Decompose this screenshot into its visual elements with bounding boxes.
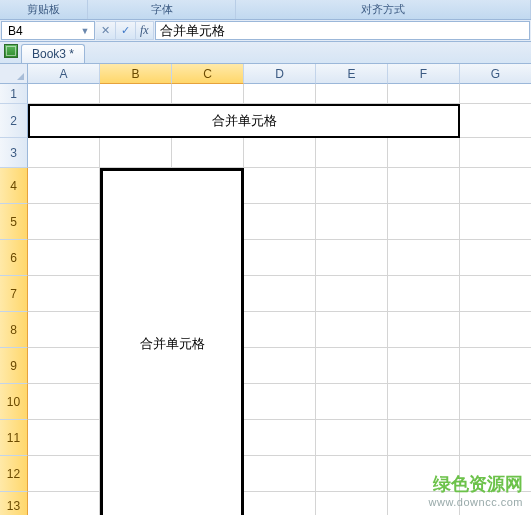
- cell[interactable]: [244, 348, 316, 384]
- col-header-D[interactable]: D: [244, 64, 316, 84]
- ribbon-group-clipboard[interactable]: 剪贴板: [0, 0, 88, 19]
- cell[interactable]: [460, 312, 531, 348]
- row-header-9[interactable]: 9: [0, 348, 28, 384]
- cell[interactable]: [100, 138, 172, 168]
- select-all-corner[interactable]: [0, 64, 28, 84]
- cell[interactable]: [388, 240, 460, 276]
- cell[interactable]: [244, 312, 316, 348]
- cell[interactable]: [28, 456, 100, 492]
- row-header-3[interactable]: 3: [0, 138, 28, 168]
- cell[interactable]: [460, 204, 531, 240]
- cell[interactable]: [316, 138, 388, 168]
- row-header-7[interactable]: 7: [0, 276, 28, 312]
- cell[interactable]: [388, 276, 460, 312]
- cell[interactable]: [244, 240, 316, 276]
- col-header-G[interactable]: G: [460, 64, 531, 84]
- cell[interactable]: [460, 240, 531, 276]
- cell[interactable]: [388, 204, 460, 240]
- cell[interactable]: [172, 138, 244, 168]
- cell[interactable]: [244, 204, 316, 240]
- cell[interactable]: [28, 276, 100, 312]
- merged-cell-horizontal[interactable]: 合并单元格: [28, 104, 460, 138]
- cell[interactable]: [460, 276, 531, 312]
- cell[interactable]: [244, 384, 316, 420]
- cell[interactable]: [28, 84, 100, 104]
- cell[interactable]: [460, 492, 531, 515]
- cell[interactable]: [28, 168, 100, 204]
- cell[interactable]: [316, 420, 388, 456]
- cell[interactable]: [388, 456, 460, 492]
- cell[interactable]: [316, 84, 388, 104]
- cell[interactable]: [28, 492, 100, 515]
- cell[interactable]: [244, 276, 316, 312]
- workbook-icon: [4, 44, 18, 58]
- cell[interactable]: [316, 312, 388, 348]
- cell[interactable]: [244, 492, 316, 515]
- cancel-button[interactable]: ✕: [96, 22, 116, 39]
- row-header-1[interactable]: 1: [0, 84, 28, 104]
- ribbon-group-align[interactable]: 对齐方式: [236, 0, 531, 19]
- cell[interactable]: [460, 104, 531, 138]
- cell[interactable]: [100, 84, 172, 104]
- row-header-6[interactable]: 6: [0, 240, 28, 276]
- cell[interactable]: [388, 384, 460, 420]
- row-header-11[interactable]: 11: [0, 420, 28, 456]
- cell[interactable]: [388, 348, 460, 384]
- spreadsheet-grid[interactable]: A B C D E F G 1 2 合并单元格 3 4 合并单元格 5 6 7: [0, 64, 531, 515]
- cell[interactable]: [28, 384, 100, 420]
- cell[interactable]: [460, 138, 531, 168]
- col-header-C[interactable]: C: [172, 64, 244, 84]
- confirm-button[interactable]: ✓: [116, 22, 136, 39]
- row-header-5[interactable]: 5: [0, 204, 28, 240]
- workbook-tab[interactable]: Book3 *: [21, 44, 85, 63]
- cell[interactable]: [316, 384, 388, 420]
- col-header-F[interactable]: F: [388, 64, 460, 84]
- cell[interactable]: [460, 168, 531, 204]
- cell[interactable]: [460, 84, 531, 104]
- cell[interactable]: [460, 420, 531, 456]
- row-header-4[interactable]: 4: [0, 168, 28, 204]
- merged-cell-vertical[interactable]: 合并单元格: [100, 168, 244, 515]
- cell[interactable]: [28, 348, 100, 384]
- fx-icon[interactable]: fx: [136, 23, 153, 38]
- cell[interactable]: [316, 240, 388, 276]
- cell[interactable]: [316, 348, 388, 384]
- row-header-10[interactable]: 10: [0, 384, 28, 420]
- row-header-13[interactable]: 13: [0, 492, 28, 515]
- cell[interactable]: [460, 384, 531, 420]
- cell[interactable]: [388, 168, 460, 204]
- cell[interactable]: [316, 204, 388, 240]
- row-header-2[interactable]: 2: [0, 104, 28, 138]
- cell[interactable]: [244, 168, 316, 204]
- cell[interactable]: [460, 456, 531, 492]
- cell[interactable]: [28, 420, 100, 456]
- cell[interactable]: [316, 168, 388, 204]
- col-header-A[interactable]: A: [28, 64, 100, 84]
- col-header-E[interactable]: E: [316, 64, 388, 84]
- cell[interactable]: [460, 348, 531, 384]
- name-box-dropdown-icon[interactable]: ▼: [78, 22, 92, 39]
- cell[interactable]: [28, 138, 100, 168]
- cell[interactable]: [316, 492, 388, 515]
- col-header-B[interactable]: B: [100, 64, 172, 84]
- cell[interactable]: [244, 456, 316, 492]
- cell[interactable]: [172, 84, 244, 104]
- cell[interactable]: [244, 420, 316, 456]
- cell[interactable]: [244, 84, 316, 104]
- ribbon-group-font[interactable]: 字体: [88, 0, 236, 19]
- cell[interactable]: [388, 138, 460, 168]
- cell[interactable]: [28, 204, 100, 240]
- name-box[interactable]: B4 ▼: [1, 21, 95, 40]
- row-header-8[interactable]: 8: [0, 312, 28, 348]
- cell[interactable]: [388, 420, 460, 456]
- row-header-12[interactable]: 12: [0, 456, 28, 492]
- cell[interactable]: [316, 276, 388, 312]
- cell[interactable]: [28, 240, 100, 276]
- cell[interactable]: [388, 84, 460, 104]
- cell[interactable]: [244, 138, 316, 168]
- cell[interactable]: [316, 456, 388, 492]
- cell[interactable]: [388, 492, 460, 515]
- cell[interactable]: [388, 312, 460, 348]
- cell[interactable]: [28, 312, 100, 348]
- formula-input[interactable]: 合并单元格: [155, 21, 530, 40]
